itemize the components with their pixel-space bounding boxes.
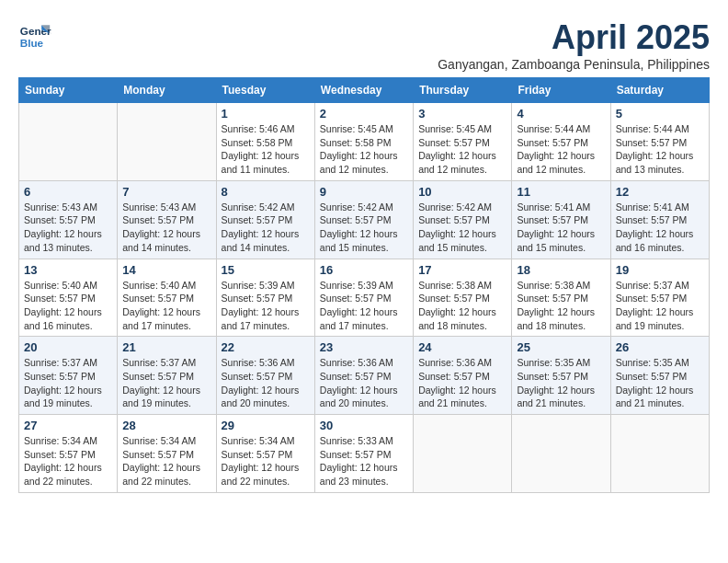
col-header-saturday: Saturday bbox=[610, 78, 709, 103]
day-number: 25 bbox=[517, 340, 605, 354]
day-cell: 24Sunrise: 5:36 AM Sunset: 5:57 PM Dayli… bbox=[414, 337, 512, 415]
day-cell: 5Sunrise: 5:44 AM Sunset: 5:57 PM Daylig… bbox=[610, 103, 709, 181]
day-info: Sunrise: 5:37 AM Sunset: 5:57 PM Dayligh… bbox=[616, 279, 704, 333]
day-info: Sunrise: 5:44 AM Sunset: 5:57 PM Dayligh… bbox=[517, 122, 605, 177]
day-cell: 9Sunrise: 5:42 AM Sunset: 5:57 PM Daylig… bbox=[314, 180, 413, 259]
day-info: Sunrise: 5:35 AM Sunset: 5:57 PM Dayligh… bbox=[517, 356, 605, 410]
day-number: 7 bbox=[122, 185, 210, 199]
day-cell: 2Sunrise: 5:45 AM Sunset: 5:58 PM Daylig… bbox=[314, 103, 413, 181]
day-cell: 19Sunrise: 5:37 AM Sunset: 5:57 PM Dayli… bbox=[610, 259, 709, 337]
day-number: 27 bbox=[24, 419, 112, 432]
day-info: Sunrise: 5:33 AM Sunset: 5:57 PM Dayligh… bbox=[320, 434, 408, 488]
day-number: 17 bbox=[418, 263, 506, 277]
svg-text:Blue: Blue bbox=[20, 37, 44, 49]
day-number: 29 bbox=[222, 419, 310, 432]
day-cell: 27Sunrise: 5:34 AM Sunset: 5:57 PM Dayli… bbox=[19, 415, 118, 493]
day-cell: 14Sunrise: 5:40 AM Sunset: 5:57 PM Dayli… bbox=[118, 259, 216, 337]
col-header-monday: Monday bbox=[118, 78, 216, 103]
day-cell: 4Sunrise: 5:44 AM Sunset: 5:57 PM Daylig… bbox=[512, 103, 610, 181]
day-number: 14 bbox=[122, 263, 210, 277]
day-info: Sunrise: 5:39 AM Sunset: 5:57 PM Dayligh… bbox=[222, 279, 310, 333]
day-info: Sunrise: 5:45 AM Sunset: 5:58 PM Dayligh… bbox=[320, 122, 408, 177]
day-number: 15 bbox=[222, 263, 310, 277]
day-number: 2 bbox=[320, 107, 408, 121]
col-header-sunday: Sunday bbox=[19, 78, 118, 103]
day-cell: 15Sunrise: 5:39 AM Sunset: 5:57 PM Dayli… bbox=[216, 259, 314, 337]
day-cell: 29Sunrise: 5:34 AM Sunset: 5:57 PM Dayli… bbox=[216, 415, 314, 493]
day-info: Sunrise: 5:42 AM Sunset: 5:57 PM Dayligh… bbox=[222, 201, 310, 255]
day-cell bbox=[118, 103, 216, 181]
day-cell: 28Sunrise: 5:34 AM Sunset: 5:57 PM Dayli… bbox=[118, 415, 216, 493]
day-info: Sunrise: 5:38 AM Sunset: 5:57 PM Dayligh… bbox=[517, 279, 605, 333]
day-cell: 17Sunrise: 5:38 AM Sunset: 5:57 PM Dayli… bbox=[414, 259, 512, 337]
day-info: Sunrise: 5:40 AM Sunset: 5:57 PM Dayligh… bbox=[122, 279, 210, 333]
day-info: Sunrise: 5:46 AM Sunset: 5:58 PM Dayligh… bbox=[222, 122, 310, 177]
page-header: General Blue April 2025 Ganyangan, Zambo… bbox=[18, 18, 710, 72]
day-number: 28 bbox=[122, 419, 210, 432]
day-cell: 11Sunrise: 5:41 AM Sunset: 5:57 PM Dayli… bbox=[512, 180, 610, 259]
col-header-wednesday: Wednesday bbox=[314, 78, 413, 103]
location-subtitle: Ganyangan, Zamboanga Peninsula, Philippi… bbox=[438, 57, 710, 72]
day-number: 24 bbox=[418, 340, 506, 354]
day-cell bbox=[414, 415, 512, 493]
day-cell bbox=[512, 415, 610, 493]
day-info: Sunrise: 5:34 AM Sunset: 5:57 PM Dayligh… bbox=[122, 434, 210, 488]
day-info: Sunrise: 5:36 AM Sunset: 5:57 PM Dayligh… bbox=[320, 356, 408, 410]
week-row: 6Sunrise: 5:43 AM Sunset: 5:57 PM Daylig… bbox=[19, 180, 710, 259]
day-cell: 1Sunrise: 5:46 AM Sunset: 5:58 PM Daylig… bbox=[216, 103, 314, 181]
day-info: Sunrise: 5:37 AM Sunset: 5:57 PM Dayligh… bbox=[122, 356, 210, 410]
day-number: 12 bbox=[616, 185, 704, 199]
month-title: April 2025 bbox=[438, 18, 710, 57]
day-number: 10 bbox=[418, 185, 506, 199]
header-row: SundayMondayTuesdayWednesdayThursdayFrid… bbox=[19, 78, 710, 103]
day-info: Sunrise: 5:38 AM Sunset: 5:57 PM Dayligh… bbox=[418, 279, 506, 333]
day-info: Sunrise: 5:35 AM Sunset: 5:57 PM Dayligh… bbox=[616, 356, 704, 410]
day-number: 18 bbox=[517, 263, 605, 277]
col-header-thursday: Thursday bbox=[414, 78, 512, 103]
day-info: Sunrise: 5:39 AM Sunset: 5:57 PM Dayligh… bbox=[320, 279, 408, 333]
day-info: Sunrise: 5:36 AM Sunset: 5:57 PM Dayligh… bbox=[418, 356, 506, 410]
day-number: 21 bbox=[122, 340, 210, 354]
day-info: Sunrise: 5:42 AM Sunset: 5:57 PM Dayligh… bbox=[320, 201, 408, 255]
day-info: Sunrise: 5:45 AM Sunset: 5:57 PM Dayligh… bbox=[418, 122, 506, 177]
day-number: 6 bbox=[24, 185, 112, 199]
day-cell bbox=[610, 415, 709, 493]
day-number: 1 bbox=[222, 107, 310, 121]
col-header-tuesday: Tuesday bbox=[216, 78, 314, 103]
day-cell: 20Sunrise: 5:37 AM Sunset: 5:57 PM Dayli… bbox=[19, 337, 118, 415]
day-info: Sunrise: 5:40 AM Sunset: 5:57 PM Dayligh… bbox=[24, 279, 112, 333]
day-cell bbox=[19, 103, 118, 181]
day-cell: 21Sunrise: 5:37 AM Sunset: 5:57 PM Dayli… bbox=[118, 337, 216, 415]
day-cell: 13Sunrise: 5:40 AM Sunset: 5:57 PM Dayli… bbox=[19, 259, 118, 337]
day-info: Sunrise: 5:37 AM Sunset: 5:57 PM Dayligh… bbox=[24, 356, 112, 410]
day-info: Sunrise: 5:34 AM Sunset: 5:57 PM Dayligh… bbox=[24, 434, 112, 488]
day-info: Sunrise: 5:34 AM Sunset: 5:57 PM Dayligh… bbox=[222, 434, 310, 488]
logo: General Blue bbox=[18, 18, 51, 52]
day-info: Sunrise: 5:41 AM Sunset: 5:57 PM Dayligh… bbox=[616, 201, 704, 255]
day-number: 30 bbox=[320, 419, 408, 432]
day-number: 19 bbox=[616, 263, 704, 277]
day-number: 16 bbox=[320, 263, 408, 277]
day-number: 26 bbox=[616, 340, 704, 354]
day-info: Sunrise: 5:43 AM Sunset: 5:57 PM Dayligh… bbox=[24, 201, 112, 255]
day-cell: 30Sunrise: 5:33 AM Sunset: 5:57 PM Dayli… bbox=[314, 415, 413, 493]
day-cell: 6Sunrise: 5:43 AM Sunset: 5:57 PM Daylig… bbox=[19, 180, 118, 259]
day-cell: 23Sunrise: 5:36 AM Sunset: 5:57 PM Dayli… bbox=[314, 337, 413, 415]
day-cell: 3Sunrise: 5:45 AM Sunset: 5:57 PM Daylig… bbox=[414, 103, 512, 181]
week-row: 13Sunrise: 5:40 AM Sunset: 5:57 PM Dayli… bbox=[19, 259, 710, 337]
day-number: 5 bbox=[616, 107, 704, 121]
day-cell: 10Sunrise: 5:42 AM Sunset: 5:57 PM Dayli… bbox=[414, 180, 512, 259]
day-number: 20 bbox=[24, 340, 112, 354]
day-cell: 25Sunrise: 5:35 AM Sunset: 5:57 PM Dayli… bbox=[512, 337, 610, 415]
col-header-friday: Friday bbox=[512, 78, 610, 103]
day-number: 9 bbox=[320, 185, 408, 199]
day-number: 23 bbox=[320, 340, 408, 354]
day-number: 22 bbox=[222, 340, 310, 354]
day-number: 11 bbox=[517, 185, 605, 199]
day-cell: 12Sunrise: 5:41 AM Sunset: 5:57 PM Dayli… bbox=[610, 180, 709, 259]
day-number: 4 bbox=[517, 107, 605, 121]
title-block: April 2025 Ganyangan, Zamboanga Peninsul… bbox=[438, 18, 710, 72]
day-info: Sunrise: 5:36 AM Sunset: 5:57 PM Dayligh… bbox=[222, 356, 310, 410]
week-row: 20Sunrise: 5:37 AM Sunset: 5:57 PM Dayli… bbox=[19, 337, 710, 415]
day-number: 13 bbox=[24, 263, 112, 277]
